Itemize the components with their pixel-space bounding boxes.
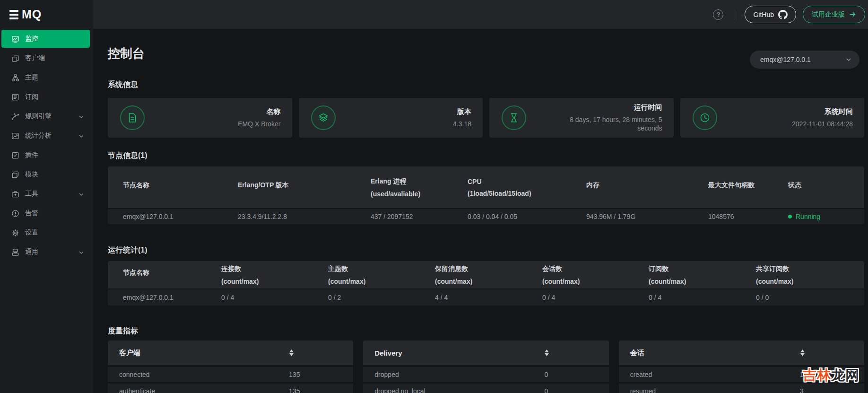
sidebar-item-tools[interactable]: 工具	[1, 185, 90, 203]
sidebar-item-label: 告警	[25, 209, 38, 218]
column-subheader: (1load/5load/15load)	[468, 190, 586, 197]
subscriptions-icon	[11, 93, 19, 101]
help-icon[interactable]: ?	[713, 9, 723, 20]
rule-engine-icon	[11, 113, 19, 121]
chevron-down-icon	[78, 191, 84, 199]
node-info-table-header: 节点名称 Erlang/OTP 版本 Erlang 进程(used/avalia…	[108, 166, 864, 208]
run-stats-table-header: 节点名称 连接数(count/max) 主题数(count/max) 保留消息数…	[108, 261, 864, 288]
sessions-cell: 0 / 4	[542, 294, 649, 301]
card-label: 版本	[453, 107, 471, 116]
memory-cell: 943.96M / 1.79G	[586, 213, 708, 220]
sidebar-item-topics[interactable]: 主题	[1, 69, 90, 87]
sort-toggle-icon[interactable]	[800, 349, 805, 356]
metric-name: dropped.no_local	[374, 387, 544, 393]
sidebar-item-label: 插件	[25, 151, 38, 159]
metric-row: dropped.no_local 0	[363, 384, 608, 393]
metric-table-title: 客户端	[119, 349, 289, 358]
status-dot-icon	[788, 215, 792, 218]
otp-version-cell: 23.3.4.9/11.2.2.8	[238, 213, 371, 220]
column-header: 保留消息数	[435, 265, 542, 273]
sidebar-item-label: 规则引擎	[25, 112, 52, 121]
sidebar-item-alerts[interactable]: 告警	[1, 204, 90, 222]
metric-value: 135	[289, 371, 353, 378]
clients-icon	[11, 54, 19, 62]
emq-logo: MQ	[0, 0, 93, 29]
metrics-heading: 度量指标	[108, 326, 864, 336]
card-label: 名称	[238, 107, 280, 116]
sidebar-item-rule-engine[interactable]: 规则引擎	[1, 107, 90, 125]
column-subheader: (used/avaliable)	[371, 190, 468, 198]
github-button[interactable]: GitHub	[745, 6, 796, 23]
column-header: 订阅数	[649, 265, 756, 273]
dashboard-content: emqx@127.0.0.1 控制台 系统信息 名称 EMQ X Broker	[93, 29, 868, 393]
chevron-down-icon	[78, 249, 84, 257]
card-system-time: 系统时间 2022-11-01 08:44:28	[680, 98, 865, 138]
sidebar-item-modules[interactable]: 模块	[1, 166, 90, 183]
clock-icon	[693, 105, 717, 130]
gear-icon	[11, 229, 19, 237]
metric-table-clients: 客户端 connected 135 authenticate 135	[108, 341, 353, 393]
plugins-icon	[11, 151, 19, 159]
github-button-label: GitHub	[753, 11, 774, 18]
sidebar-item-label: 主题	[25, 73, 38, 82]
metric-value: 3	[800, 387, 864, 393]
top-bar: ? GitHub 试用企业版	[93, 0, 868, 29]
sidebar-item-clients[interactable]: 客户端	[1, 49, 90, 67]
trial-enterprise-button[interactable]: 试用企业版	[803, 6, 865, 23]
shared-subscriptions-cell: 0 / 0	[756, 294, 864, 301]
column-header: 内存	[586, 181, 708, 190]
column-header: CPU	[468, 178, 586, 185]
metric-row: connected 135	[108, 367, 353, 382]
metric-name: resumed	[630, 387, 800, 393]
sidebar-item-label: 工具	[25, 190, 38, 198]
sidebar-item-label: 客户端	[25, 54, 45, 62]
metric-table-title: 会话	[630, 349, 800, 358]
sidebar-item-subscriptions[interactable]: 订阅	[1, 88, 90, 106]
sidebar-item-settings[interactable]: 设置	[1, 224, 90, 242]
arrow-right-icon	[849, 11, 856, 18]
metric-name: created	[630, 371, 800, 378]
retained-cell: 4 / 4	[435, 294, 542, 301]
card-label: 运行时间	[561, 103, 662, 112]
metric-name: connected	[119, 371, 289, 378]
sidebar-item-label: 统计分析	[25, 131, 52, 140]
github-icon	[778, 10, 788, 19]
metric-table-header: 客户端	[108, 341, 353, 365]
emq-logo-text: MQ	[22, 8, 42, 21]
sidebar-item-plugins[interactable]: 插件	[1, 146, 90, 164]
metric-table-header: 会话	[619, 341, 864, 365]
run-stats-heading: 运行统计(1)	[108, 245, 864, 255]
node-info-heading: 节点信息(1)	[108, 151, 864, 160]
card-value: 8 days, 17 hours, 28 minutes, 5 seconds	[561, 115, 662, 132]
modules-icon	[11, 171, 19, 179]
column-header: 会话数	[542, 265, 649, 273]
sort-toggle-icon[interactable]	[289, 349, 294, 356]
column-subheader: (count/max)	[542, 278, 649, 285]
sidebar-item-general[interactable]: 通用	[1, 243, 90, 261]
watermark-text-2: 龙网	[831, 367, 859, 383]
monitor-icon	[11, 35, 19, 43]
column-subheader: (count/max)	[221, 278, 328, 285]
metric-value: 135	[289, 387, 353, 393]
node-select-value: emqx@127.0.0.1	[760, 56, 845, 63]
sort-toggle-icon[interactable]	[544, 349, 549, 356]
alert-icon	[11, 210, 19, 218]
node-status-cell: Running	[788, 213, 864, 220]
sidebar-item-monitoring[interactable]: 监控	[1, 30, 90, 48]
node-info-table-row: emqx@127.0.0.1 23.3.4.9/11.2.2.8 437 / 2…	[108, 208, 864, 224]
card-value: EMQ X Broker	[238, 120, 280, 128]
sidebar-item-label: 设置	[25, 228, 38, 237]
column-header: 共享订阅数	[756, 265, 864, 273]
column-header: 节点名称	[123, 181, 238, 190]
card-version: 版本 4.3.18	[299, 98, 483, 138]
chevron-down-icon	[845, 56, 852, 63]
metric-table-title: Delivery	[374, 349, 544, 357]
hourglass-icon	[502, 105, 526, 130]
chevron-down-icon	[78, 133, 84, 140]
column-subheader: (count/max)	[328, 278, 435, 285]
node-name-cell: emqx@127.0.0.1	[123, 213, 238, 220]
sidebar-item-analytics[interactable]: 统计分析	[1, 127, 90, 145]
metric-tables: 客户端 connected 135 authenticate 135	[108, 341, 864, 393]
document-icon	[120, 105, 145, 130]
node-select-dropdown[interactable]: emqx@127.0.0.1	[750, 51, 859, 69]
